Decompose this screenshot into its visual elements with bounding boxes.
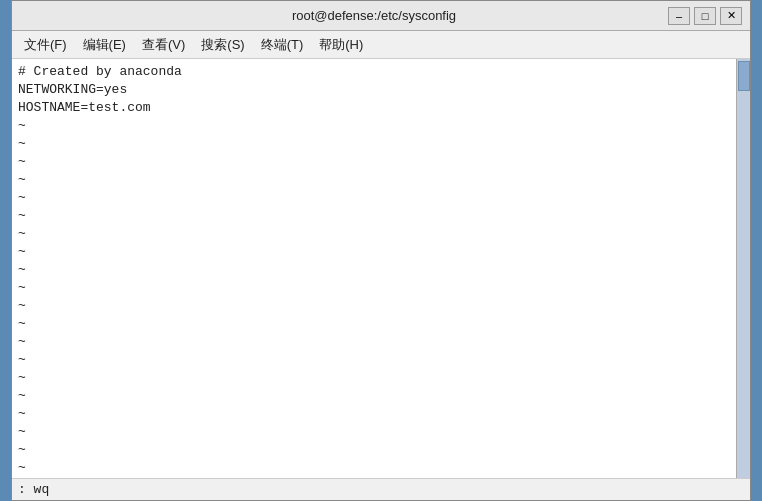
window-controls: – □ ✕ <box>668 7 742 25</box>
menu-item[interactable]: 编辑(E) <box>75 31 134 58</box>
minimize-button[interactable]: – <box>668 7 690 25</box>
menu-item[interactable]: 搜索(S) <box>193 31 252 58</box>
editor-area[interactable]: # Created by anaconda NETWORKING=yes HOS… <box>12 59 750 478</box>
window-title: root@defense:/etc/sysconfig <box>80 8 668 23</box>
editor-content[interactable]: # Created by anaconda NETWORKING=yes HOS… <box>12 59 736 478</box>
status-bar: : wq <box>12 478 750 500</box>
menu-item[interactable]: 终端(T) <box>253 31 312 58</box>
menu-item[interactable]: 帮助(H) <box>311 31 371 58</box>
menu-item[interactable]: 文件(F) <box>16 31 75 58</box>
scrollbar[interactable] <box>736 59 750 478</box>
menu-item[interactable]: 查看(V) <box>134 31 193 58</box>
scrollbar-thumb[interactable] <box>738 61 750 91</box>
terminal-window: root@defense:/etc/sysconfig – □ ✕ 文件(F)编… <box>11 0 751 501</box>
menu-bar: 文件(F)编辑(E)查看(V)搜索(S)终端(T)帮助(H) <box>12 31 750 59</box>
title-bar: root@defense:/etc/sysconfig – □ ✕ <box>12 1 750 31</box>
command-text: : wq <box>18 482 49 497</box>
maximize-button[interactable]: □ <box>694 7 716 25</box>
close-button[interactable]: ✕ <box>720 7 742 25</box>
